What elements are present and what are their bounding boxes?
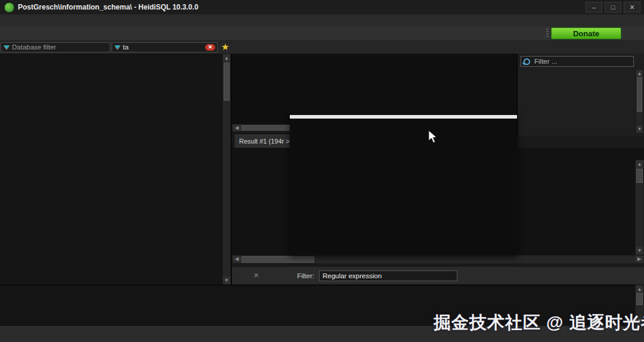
table-filter-box: ✕ (112, 42, 218, 52)
favorites-star-icon[interactable]: ★ (221, 42, 229, 52)
autocomplete-dropdown (290, 115, 517, 255)
scroll-down-icon[interactable]: ▼ (223, 276, 230, 284)
helper-tree (521, 69, 626, 135)
scroll-left-icon[interactable]: ◀ (233, 256, 241, 262)
scroll-up-icon[interactable]: ▲ (636, 160, 643, 168)
grid-filter-bar: ✕ Filter: (232, 266, 644, 284)
scroll-down-icon[interactable]: ▼ (636, 125, 643, 133)
database-tree[interactable] (0, 54, 232, 285)
table-filter-input[interactable] (123, 43, 215, 51)
donate-button[interactable]: Donate (551, 27, 621, 39)
scrollbar-thumb[interactable] (242, 256, 314, 263)
helper-panel: ▲ ▼ (517, 54, 644, 136)
funnel-icon (4, 45, 10, 49)
heidisql-window: PostGresch\information_schema\ - HeidiSQ… (0, 0, 644, 342)
window-title: PostGresch\information_schema\ - HeidiSQ… (18, 3, 199, 11)
scroll-up-icon[interactable]: ▲ (223, 54, 230, 62)
window-controls: – □ ✕ (586, 2, 644, 13)
scrollbar-thumb[interactable] (637, 77, 642, 112)
clear-filter-icon[interactable]: ✕ (205, 44, 215, 51)
funnel-icon (114, 45, 120, 49)
scrollbar-thumb[interactable] (224, 63, 230, 101)
grid-vscrollbar[interactable]: ▲ ▼ (635, 160, 644, 255)
query-workspace: ◀ Result #1 (194r > ▲ ▼ ◀ ▶ ✕ F (232, 54, 644, 285)
watermark: 掘金技术社区 @ 追逐时光者 (434, 311, 644, 335)
clear-grid-filter-icon[interactable]: ✕ (253, 272, 259, 279)
scrollbar-thumb[interactable] (636, 293, 643, 305)
close-button[interactable]: ✕ (624, 2, 640, 13)
database-filter-input[interactable] (12, 43, 107, 51)
dropdown-scrollbar[interactable] (290, 115, 517, 119)
database-filter-box (1, 42, 110, 52)
mouse-cursor (428, 130, 438, 146)
search-icon (524, 58, 530, 65)
helper-scrollbar[interactable]: ▲ ▼ (636, 69, 643, 133)
scroll-right-icon[interactable]: ▶ (635, 256, 643, 262)
scroll-up-icon[interactable]: ▲ (636, 70, 643, 77)
result-tab[interactable]: Result #1 (194r > (234, 133, 295, 149)
maximize-button[interactable]: □ (605, 2, 621, 13)
scroll-down-icon[interactable]: ▼ (636, 247, 643, 254)
grid-hscrollbar[interactable]: ◀ ▶ (232, 255, 644, 264)
scrollbar-thumb[interactable] (242, 125, 295, 130)
helper-filter-input[interactable] (533, 57, 631, 66)
sql-editor[interactable] (232, 54, 517, 124)
main-area: ▲ ▼ ◀ Result #1 (194r > ▲ ▼ (0, 54, 644, 285)
menu-bar (0, 14, 644, 26)
title-bar: PostGresch\information_schema\ - HeidiSQ… (0, 0, 644, 15)
grid-filter-input[interactable] (319, 271, 457, 281)
scroll-left-icon[interactable]: ◀ (233, 125, 241, 131)
helper-filter-box (521, 56, 634, 67)
toolbar-grip (546, 29, 549, 38)
scroll-up-icon[interactable]: ▲ (636, 285, 643, 293)
minimize-button[interactable]: – (586, 2, 602, 13)
scrollbar-thumb[interactable] (636, 169, 643, 183)
grid-filter-label: Filter: (297, 272, 314, 279)
app-icon (4, 2, 14, 13)
filter-tab-row: ✕ ★ (0, 41, 644, 54)
tree-scrollbar[interactable]: ▲ ▼ (222, 54, 231, 285)
